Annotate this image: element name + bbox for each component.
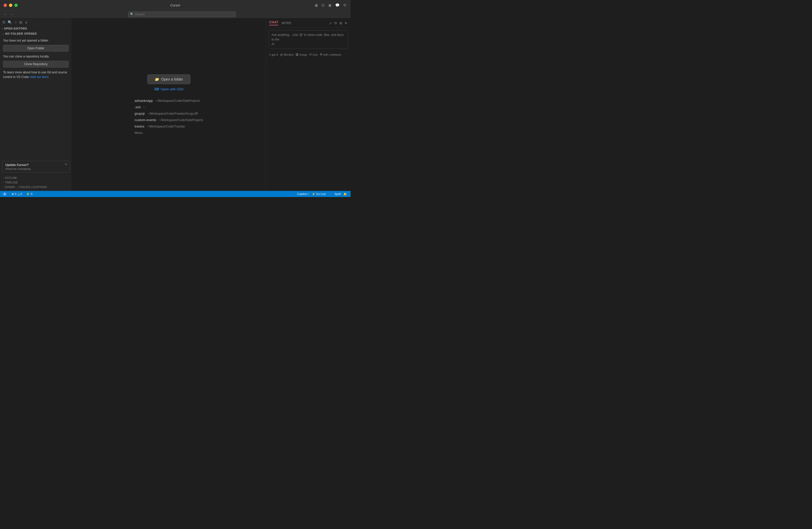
recent-name: .ssh [134,105,141,109]
status-right: Copilot++ ⚡ Go Live 👤 Spell 🔔 [296,192,348,196]
window-title: Cursor [170,3,180,7]
search-bar[interactable]: 🔍 [128,12,236,17]
history-icon[interactable]: ⟳ [334,21,337,25]
notification-bell-icon[interactable]: 🔔 [342,192,348,196]
chat-header-actions: ⤢ ⟳ ⊕ ✕ [329,21,347,25]
image-icon: 🖼 [296,53,299,56]
copilot-button[interactable]: Copilot++ [296,192,310,196]
chat-panel: CHAT MORE ⤢ ⟳ ⊕ ✕ Ask anything... Use '@… [266,18,351,191]
no-folder-label: NO FOLDER OPENED [5,32,37,35]
recent-path: ~/Workspace/Code/Tractian [147,125,185,128]
sidebar-item-timeline[interactable]: › TIMELINE [2,180,70,185]
user-icon[interactable]: 👤 [328,192,333,196]
recent-item-1[interactable]: .ssh ~ [134,105,203,109]
chat-input-area[interactable]: Ask anything... Use '@' to show code, fi… [269,30,348,49]
recent-item-3[interactable]: custom-events ~/Workspace/Code/SideProje… [134,117,203,122]
maximize-button[interactable] [14,4,18,7]
add-chat-icon[interactable]: ⊕ [339,21,342,25]
chat-tab[interactable]: CHAT [269,20,278,25]
open-ssh-link[interactable]: ⌨ Open with SSH [154,87,184,91]
title-actions: ▣ ⊟ ▣ 💬 ⚙ [314,3,347,8]
open-folder-button[interactable]: Open Folder [3,45,69,52]
minimize-button[interactable] [9,4,12,7]
no-folder-text: You have not yet opened a folder. [3,38,69,43]
sidebar-toolbar: ⧉ 🔍 ⑃ ⊞ ∨ [0,18,72,26]
go-live-button[interactable]: ⚡ Go Live [311,192,327,196]
codebase-label: with codebase [323,53,341,56]
forward-button[interactable]: → [10,12,14,17]
layout-icon[interactable]: ⊟ [321,3,326,8]
recent-name: adrianknapp [134,99,153,103]
open-folder-main-button[interactable]: 📁 Open a folder [147,74,190,84]
chevron-icon: › [3,186,4,188]
info-icon: ⚡ [26,192,30,196]
sidebar-item-outline[interactable]: › OUTLINE [2,175,70,180]
status-errors[interactable]: ⊗ 0 △ 0 [11,192,23,196]
no-folder-header[interactable]: ⌄ NO FOLDER OPENED [0,31,72,36]
chevron-down-icon[interactable]: ∨ [25,20,27,24]
chat-toggle-icon[interactable]: 💬 [334,3,340,8]
back-button[interactable]: ← [3,12,8,17]
recent-path: ~ [143,105,145,109]
chat-toolbar: ∨ gpt-4 @ Mention 🖼 Image ⇄ chat ⌘ wi [266,51,351,58]
recent-item-4[interactable]: traxios ~/Workspace/Code/Tractian [134,124,203,129]
recent-path: ~/Workspace/Code/SideProjects [159,118,203,122]
sonar-label: SONAR... / ISSUES LOCATIONS [5,186,47,189]
codebase-tool[interactable]: ⌘ with codebase [320,53,341,56]
recent-path: ~/Workspace/Code/Freelas/GrupoJR [148,112,198,115]
sidebar-bottom: › OUTLINE › TIMELINE › SONAR... / ISSUES… [0,174,72,191]
warning-count: 0 [20,192,22,195]
recent-path: ~/Workspace/Code/SideProjects [156,99,200,103]
search-input[interactable] [128,12,236,17]
sidebar-toggle-icon[interactable]: ▣ [314,3,319,8]
chat-tab-more[interactable]: MORE [281,21,291,25]
recent-item-2[interactable]: grupojr ~/Workspace/Code/Freelas/GrupoJR [134,111,203,116]
chevron-icon: › [3,181,4,184]
clone-repo-text: You can clone a repository locally. [3,54,69,59]
copy-icon[interactable]: ⧉ [3,20,5,24]
recent-item-0[interactable]: adrianknapp ~/Workspace/Code/SideProject… [134,98,203,103]
info-count: 0 [31,192,32,195]
settings-icon[interactable]: ⚙ [342,3,347,8]
update-title: Update Cursor? [5,163,66,167]
chat-label: chat [312,53,318,56]
status-info[interactable]: ⚡ 0 [25,192,33,196]
recent-name: grupojr [134,112,145,115]
codebase-icon: ⌘ [320,53,323,56]
chat-tool[interactable]: ⇄ chat [309,53,318,56]
terminal-icon: ⌨ [154,87,159,91]
traffic-lights [4,4,18,7]
close-notification-button[interactable]: ✕ [65,163,67,166]
search-icon[interactable]: 🔍 [8,20,12,24]
outline-label: OUTLINE [5,176,17,179]
panel-icon[interactable]: ▣ [327,3,333,8]
read-docs-link[interactable]: read our docs [30,75,48,79]
more-recent-link[interactable]: More... [134,130,203,135]
update-notification: ✕ Update Cursor? Read the changelog. [2,161,70,173]
update-subtitle[interactable]: Read the changelog. [5,167,66,170]
spell-button[interactable]: Spell [334,192,342,196]
close-button[interactable] [4,4,7,7]
status-tag[interactable]: X [3,192,7,196]
warning-icon: △ [17,192,19,196]
source-control-icon[interactable]: ⑃ [15,20,17,24]
recent-name: custom-events [134,118,156,122]
model-selector[interactable]: ∨ gpt-4 [269,53,278,56]
chevron-down-icon: ∨ [269,53,271,56]
sidebar: ⧉ 🔍 ⑃ ⊞ ∨ › OPEN EDITORS ⌄ NO FOLDER OPE… [0,18,72,191]
image-tool[interactable]: 🖼 Image [296,53,307,56]
open-folder-label: Open a folder [161,77,183,81]
sidebar-item-sonar[interactable]: › SONAR... / ISSUES LOCATIONS [2,185,70,189]
open-editors-header[interactable]: › OPEN EDITORS [0,26,72,31]
timeline-label: TIMELINE [5,181,18,184]
expand-icon[interactable]: ⤢ [329,21,332,25]
folder-icon: 📁 [155,77,159,81]
mention-tool[interactable]: @ Mention [280,53,294,56]
clone-repository-button[interactable]: Clone Repository [3,61,69,68]
chevron-icon: ⌄ [2,32,4,35]
image-label: Image [299,53,307,56]
close-chat-button[interactable]: ✕ [344,21,347,25]
chat-placeholder: Ask anything... Use '@' to show code, fi… [272,33,345,46]
explorer-icon[interactable]: ⊞ [19,20,22,24]
search-icon: 🔍 [130,13,134,16]
